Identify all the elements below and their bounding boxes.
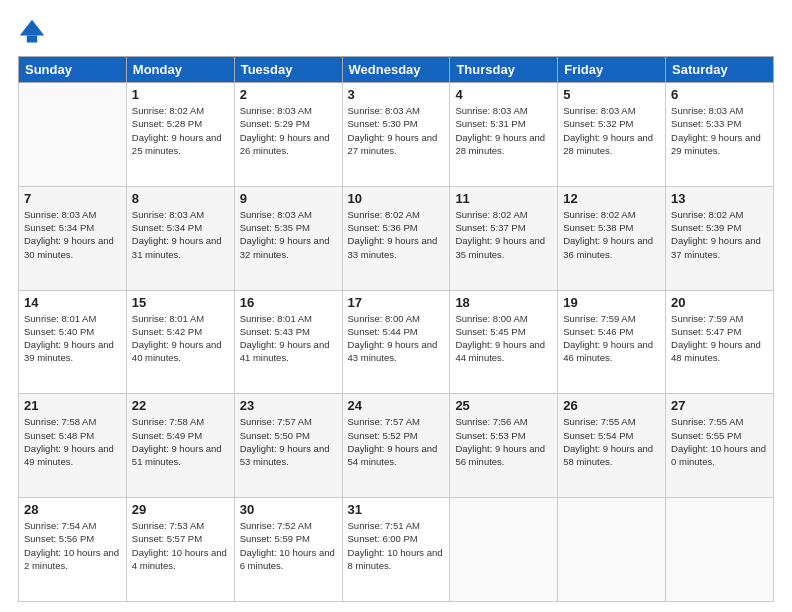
calendar-cell: 4Sunrise: 8:03 AMSunset: 5:31 PMDaylight… (450, 83, 558, 187)
day-number: 3 (348, 87, 445, 102)
calendar-week-4: 21Sunrise: 7:58 AMSunset: 5:48 PMDayligh… (19, 394, 774, 498)
day-number: 17 (348, 295, 445, 310)
calendar-cell: 21Sunrise: 7:58 AMSunset: 5:48 PMDayligh… (19, 394, 127, 498)
day-info: Sunrise: 8:03 AMSunset: 5:34 PMDaylight:… (24, 208, 121, 261)
day-info: Sunrise: 7:54 AMSunset: 5:56 PMDaylight:… (24, 519, 121, 572)
header-day-thursday: Thursday (450, 57, 558, 83)
day-info: Sunrise: 8:03 AMSunset: 5:32 PMDaylight:… (563, 104, 660, 157)
day-info: Sunrise: 8:02 AMSunset: 5:36 PMDaylight:… (348, 208, 445, 261)
calendar-cell: 25Sunrise: 7:56 AMSunset: 5:53 PMDayligh… (450, 394, 558, 498)
day-number: 15 (132, 295, 229, 310)
day-info: Sunrise: 7:51 AMSunset: 6:00 PMDaylight:… (348, 519, 445, 572)
day-number: 25 (455, 398, 552, 413)
calendar-cell: 24Sunrise: 7:57 AMSunset: 5:52 PMDayligh… (342, 394, 450, 498)
day-number: 24 (348, 398, 445, 413)
calendar-cell: 17Sunrise: 8:00 AMSunset: 5:44 PMDayligh… (342, 290, 450, 394)
calendar-cell: 27Sunrise: 7:55 AMSunset: 5:55 PMDayligh… (666, 394, 774, 498)
calendar-week-1: 1Sunrise: 8:02 AMSunset: 5:28 PMDaylight… (19, 83, 774, 187)
calendar-week-5: 28Sunrise: 7:54 AMSunset: 5:56 PMDayligh… (19, 498, 774, 602)
day-number: 30 (240, 502, 337, 517)
calendar-cell: 9Sunrise: 8:03 AMSunset: 5:35 PMDaylight… (234, 186, 342, 290)
day-number: 16 (240, 295, 337, 310)
day-info: Sunrise: 7:58 AMSunset: 5:49 PMDaylight:… (132, 415, 229, 468)
day-number: 26 (563, 398, 660, 413)
calendar-cell: 3Sunrise: 8:03 AMSunset: 5:30 PMDaylight… (342, 83, 450, 187)
header-day-wednesday: Wednesday (342, 57, 450, 83)
header-row: SundayMondayTuesdayWednesdayThursdayFrid… (19, 57, 774, 83)
day-number: 29 (132, 502, 229, 517)
day-info: Sunrise: 8:01 AMSunset: 5:43 PMDaylight:… (240, 312, 337, 365)
day-number: 13 (671, 191, 768, 206)
calendar-cell: 1Sunrise: 8:02 AMSunset: 5:28 PMDaylight… (126, 83, 234, 187)
calendar-cell: 26Sunrise: 7:55 AMSunset: 5:54 PMDayligh… (558, 394, 666, 498)
calendar-cell: 18Sunrise: 8:00 AMSunset: 5:45 PMDayligh… (450, 290, 558, 394)
day-info: Sunrise: 7:55 AMSunset: 5:55 PMDaylight:… (671, 415, 768, 468)
day-info: Sunrise: 7:56 AMSunset: 5:53 PMDaylight:… (455, 415, 552, 468)
day-number: 28 (24, 502, 121, 517)
day-number: 27 (671, 398, 768, 413)
svg-rect-1 (27, 36, 38, 43)
day-info: Sunrise: 8:03 AMSunset: 5:35 PMDaylight:… (240, 208, 337, 261)
day-number: 7 (24, 191, 121, 206)
day-info: Sunrise: 8:00 AMSunset: 5:44 PMDaylight:… (348, 312, 445, 365)
day-info: Sunrise: 8:03 AMSunset: 5:29 PMDaylight:… (240, 104, 337, 157)
day-number: 6 (671, 87, 768, 102)
day-info: Sunrise: 8:01 AMSunset: 5:42 PMDaylight:… (132, 312, 229, 365)
day-number: 2 (240, 87, 337, 102)
logo-icon (18, 18, 46, 46)
day-number: 4 (455, 87, 552, 102)
calendar-cell (450, 498, 558, 602)
calendar-cell (558, 498, 666, 602)
calendar-cell (666, 498, 774, 602)
calendar-cell: 30Sunrise: 7:52 AMSunset: 5:59 PMDayligh… (234, 498, 342, 602)
calendar-cell: 20Sunrise: 7:59 AMSunset: 5:47 PMDayligh… (666, 290, 774, 394)
day-info: Sunrise: 8:02 AMSunset: 5:37 PMDaylight:… (455, 208, 552, 261)
header-day-friday: Friday (558, 57, 666, 83)
day-info: Sunrise: 7:53 AMSunset: 5:57 PMDaylight:… (132, 519, 229, 572)
calendar-cell: 29Sunrise: 7:53 AMSunset: 5:57 PMDayligh… (126, 498, 234, 602)
day-info: Sunrise: 8:02 AMSunset: 5:28 PMDaylight:… (132, 104, 229, 157)
day-number: 21 (24, 398, 121, 413)
day-info: Sunrise: 8:01 AMSunset: 5:40 PMDaylight:… (24, 312, 121, 365)
calendar-cell: 13Sunrise: 8:02 AMSunset: 5:39 PMDayligh… (666, 186, 774, 290)
day-info: Sunrise: 8:00 AMSunset: 5:45 PMDaylight:… (455, 312, 552, 365)
day-info: Sunrise: 8:03 AMSunset: 5:30 PMDaylight:… (348, 104, 445, 157)
calendar-week-3: 14Sunrise: 8:01 AMSunset: 5:40 PMDayligh… (19, 290, 774, 394)
day-info: Sunrise: 7:52 AMSunset: 5:59 PMDaylight:… (240, 519, 337, 572)
calendar-cell: 15Sunrise: 8:01 AMSunset: 5:42 PMDayligh… (126, 290, 234, 394)
header-day-sunday: Sunday (19, 57, 127, 83)
day-number: 14 (24, 295, 121, 310)
calendar-cell: 6Sunrise: 8:03 AMSunset: 5:33 PMDaylight… (666, 83, 774, 187)
day-number: 20 (671, 295, 768, 310)
calendar-cell: 16Sunrise: 8:01 AMSunset: 5:43 PMDayligh… (234, 290, 342, 394)
calendar-cell: 8Sunrise: 8:03 AMSunset: 5:34 PMDaylight… (126, 186, 234, 290)
calendar-cell: 19Sunrise: 7:59 AMSunset: 5:46 PMDayligh… (558, 290, 666, 394)
day-number: 23 (240, 398, 337, 413)
logo (18, 18, 50, 46)
calendar-cell: 28Sunrise: 7:54 AMSunset: 5:56 PMDayligh… (19, 498, 127, 602)
day-number: 10 (348, 191, 445, 206)
calendar-cell: 23Sunrise: 7:57 AMSunset: 5:50 PMDayligh… (234, 394, 342, 498)
day-number: 8 (132, 191, 229, 206)
day-info: Sunrise: 7:58 AMSunset: 5:48 PMDaylight:… (24, 415, 121, 468)
calendar-cell: 2Sunrise: 8:03 AMSunset: 5:29 PMDaylight… (234, 83, 342, 187)
day-info: Sunrise: 7:57 AMSunset: 5:50 PMDaylight:… (240, 415, 337, 468)
calendar-table: SundayMondayTuesdayWednesdayThursdayFrid… (18, 56, 774, 602)
day-info: Sunrise: 7:57 AMSunset: 5:52 PMDaylight:… (348, 415, 445, 468)
calendar-cell: 11Sunrise: 8:02 AMSunset: 5:37 PMDayligh… (450, 186, 558, 290)
calendar-cell: 10Sunrise: 8:02 AMSunset: 5:36 PMDayligh… (342, 186, 450, 290)
day-info: Sunrise: 7:59 AMSunset: 5:46 PMDaylight:… (563, 312, 660, 365)
day-number: 31 (348, 502, 445, 517)
calendar-cell: 22Sunrise: 7:58 AMSunset: 5:49 PMDayligh… (126, 394, 234, 498)
day-info: Sunrise: 8:02 AMSunset: 5:38 PMDaylight:… (563, 208, 660, 261)
calendar-cell: 7Sunrise: 8:03 AMSunset: 5:34 PMDaylight… (19, 186, 127, 290)
calendar-cell: 12Sunrise: 8:02 AMSunset: 5:38 PMDayligh… (558, 186, 666, 290)
calendar-page: SundayMondayTuesdayWednesdayThursdayFrid… (0, 0, 792, 612)
day-number: 19 (563, 295, 660, 310)
day-info: Sunrise: 7:59 AMSunset: 5:47 PMDaylight:… (671, 312, 768, 365)
day-number: 5 (563, 87, 660, 102)
day-info: Sunrise: 8:03 AMSunset: 5:31 PMDaylight:… (455, 104, 552, 157)
day-info: Sunrise: 8:03 AMSunset: 5:33 PMDaylight:… (671, 104, 768, 157)
day-number: 12 (563, 191, 660, 206)
calendar-week-2: 7Sunrise: 8:03 AMSunset: 5:34 PMDaylight… (19, 186, 774, 290)
